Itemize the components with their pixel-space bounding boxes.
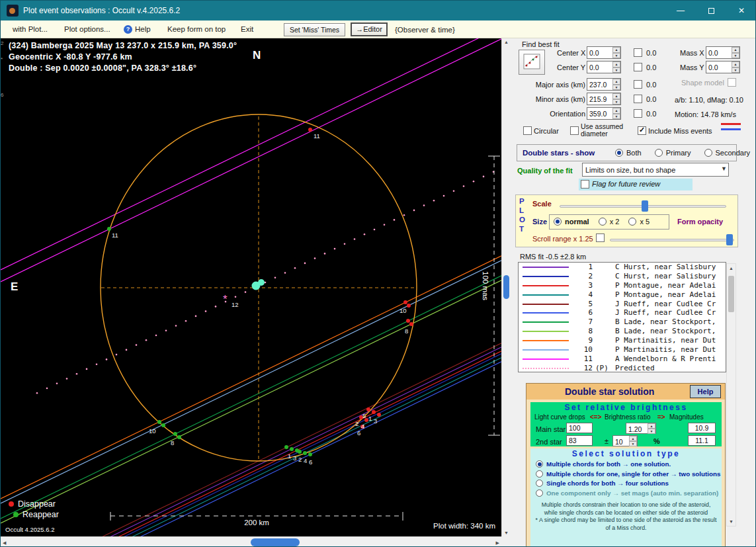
scroll-range-checkbox[interactable]: [596, 233, 605, 242]
spin-down-icon[interactable]: ▼: [629, 441, 637, 446]
menu-plot-options[interactable]: Plot options...: [64, 25, 110, 33]
observer-row[interactable]: 7B Lade, near Stockport,: [519, 317, 726, 327]
radio-icon[interactable]: [536, 460, 543, 468]
editor-button[interactable]: →Editor: [351, 22, 388, 36]
observer-time-label[interactable]: {Observer & time}: [395, 26, 455, 34]
major-axis-checkbox[interactable]: [634, 80, 642, 89]
spin-up-icon[interactable]: ▲: [629, 436, 637, 441]
scroll-down-icon[interactable]: ▼: [727, 519, 735, 524]
center-y-checkbox[interactable]: [634, 63, 642, 71]
show-option-secondary[interactable]: Secondary: [704, 149, 751, 157]
menu-help[interactable]: Help: [135, 25, 151, 33]
menu-exit[interactable]: Exit: [241, 25, 253, 33]
show-option-both[interactable]: Both: [615, 149, 642, 157]
center-x-spinner[interactable]: 0.0▲▼: [587, 46, 621, 59]
size-option-x5[interactable]: x 5: [628, 218, 650, 226]
ratio-spinner[interactable]: 1.20▲▼: [626, 423, 656, 434]
find-best-fit-button[interactable]: [519, 50, 545, 75]
include-miss-checkbox[interactable]: [638, 126, 646, 135]
scale-slider-thumb[interactable]: [642, 200, 648, 212]
tolerance-spinner[interactable]: 10▲▼: [612, 435, 638, 446]
spin-up-icon[interactable]: ▲: [612, 62, 620, 67]
spin-down-icon[interactable]: ▼: [612, 114, 620, 120]
solution-option-1[interactable]: Multiple chords for both → one solution.: [536, 460, 720, 468]
menu-with-plot[interactable]: with Plot...: [13, 25, 48, 33]
second-star-input[interactable]: 83: [566, 435, 593, 446]
radio-icon[interactable]: [704, 149, 712, 157]
observer-row[interactable]: 2C Hurst, near Salisbury: [519, 272, 726, 281]
chevron-down-icon[interactable]: ▼: [721, 165, 727, 172]
mass-x-spinner[interactable]: 0.0▲▼: [706, 46, 740, 59]
chord-line-2: [1, 354, 501, 536]
quality-dropdown[interactable]: Limits on size, but no shape ▼: [582, 163, 729, 177]
scroll-range-slider[interactable]: [610, 239, 734, 241]
orientation-spinner[interactable]: 359.0▲▼: [587, 107, 621, 120]
spin-down-icon[interactable]: ▼: [612, 99, 620, 105]
set-miss-times-button[interactable]: Set 'Miss' Times: [284, 23, 345, 36]
show-option-primary[interactable]: Primary: [655, 149, 691, 157]
radio-icon[interactable]: [536, 470, 543, 478]
major-axis-spinner[interactable]: 237.0▲▼: [587, 78, 621, 91]
size-option-normal[interactable]: normal: [554, 218, 589, 226]
spin-up-icon[interactable]: ▲: [612, 108, 620, 114]
flag-review-checkbox[interactable]: [581, 180, 589, 189]
plot-vscroll-thumb[interactable]: [503, 275, 509, 299]
plot-vertical-scrollbar[interactable]: ▲ ▼: [501, 38, 510, 536]
orientation-checkbox[interactable]: [634, 109, 642, 118]
radio-icon[interactable]: [554, 218, 562, 226]
minor-axis-spinner[interactable]: 215.9▲▼: [587, 93, 621, 105]
radio-icon[interactable]: [599, 218, 607, 226]
solution-option-3[interactable]: Single chords for both → four solutions: [536, 480, 720, 487]
spin-down-icon[interactable]: ▼: [648, 429, 655, 434]
radio-icon[interactable]: [615, 149, 623, 157]
observer-row[interactable]: 5J Rueff, near Cudlee Cr: [519, 300, 726, 309]
observer-row[interactable]: 6J Rueff, near Cudlee Cr: [519, 308, 726, 317]
spin-up-icon[interactable]: ▲: [612, 79, 620, 85]
scroll-left-icon[interactable]: ◀: [3, 540, 6, 546]
spin-down-icon[interactable]: ▼: [732, 53, 739, 59]
spin-up-icon[interactable]: ▲: [612, 93, 620, 99]
spin-up-icon[interactable]: ▲: [612, 47, 620, 53]
observer-row[interactable]: 9P Martinaitis, near Dut: [519, 336, 726, 345]
panel-scrollbar[interactable]: ▲ ▼: [726, 263, 736, 526]
circular-checkbox[interactable]: [523, 126, 532, 135]
plot-hscroll-thumb[interactable]: [251, 538, 300, 546]
center-y-spinner[interactable]: 0.0▲▼: [587, 61, 621, 73]
observer-row[interactable]: 3P Montague, near Adelai: [519, 281, 726, 290]
radio-icon[interactable]: [655, 149, 663, 157]
form-opacity-label[interactable]: Form opacity: [677, 218, 723, 226]
close-button[interactable]: ✕: [726, 1, 756, 21]
observer-row[interactable]: 11A Wendelborn & R Prenti: [519, 355, 726, 364]
minor-axis-checkbox[interactable]: [634, 95, 642, 103]
use-assumed-checkbox[interactable]: [570, 126, 579, 135]
spin-down-icon[interactable]: ▼: [612, 53, 620, 59]
observer-row[interactable]: 12(P)Predicted: [519, 364, 726, 372]
spin-down-icon[interactable]: ▼: [612, 85, 620, 91]
observer-row[interactable]: 8B Lade, near Stockport,: [519, 327, 726, 336]
spin-up-icon[interactable]: ▲: [648, 423, 655, 429]
observer-row[interactable]: 1C Hurst, near Salisbury: [519, 263, 726, 272]
spin-down-icon[interactable]: ▼: [612, 67, 620, 73]
radio-icon[interactable]: [536, 480, 543, 487]
radio-icon[interactable]: [628, 218, 636, 226]
spin-up-icon[interactable]: ▲: [732, 47, 739, 53]
menu-keep-on-top[interactable]: Keep form on top: [167, 25, 226, 33]
solution-option-2[interactable]: Multiple chords for one, single for othe…: [536, 470, 720, 478]
plot-horizontal-scrollbar[interactable]: ◀ ▶: [1, 536, 501, 547]
scroll-range-slider-thumb[interactable]: [726, 234, 733, 245]
maximize-button[interactable]: [696, 1, 726, 21]
help-button[interactable]: Help: [690, 385, 721, 398]
spin-down-icon[interactable]: ▼: [732, 67, 739, 73]
minimize-button[interactable]: —: [665, 1, 696, 21]
scroll-right-icon[interactable]: ▶: [496, 540, 499, 546]
size-option-x2[interactable]: x 2: [599, 218, 620, 226]
observer-row[interactable]: 4P Montague, near Adelai: [519, 290, 726, 300]
center-x-checkbox[interactable]: [634, 48, 642, 57]
spin-up-icon[interactable]: ▲: [732, 62, 739, 67]
observer-row[interactable]: 10P Martinaitis, near Dut: [519, 345, 726, 355]
main-star-input[interactable]: 100: [566, 423, 593, 433]
scroll-up-icon[interactable]: ▲: [727, 266, 735, 271]
mass-y-spinner[interactable]: 0.0▲▼: [706, 61, 740, 73]
shape-model-checkbox[interactable]: [728, 78, 736, 87]
panel-scroll-thumb[interactable]: [728, 276, 734, 312]
